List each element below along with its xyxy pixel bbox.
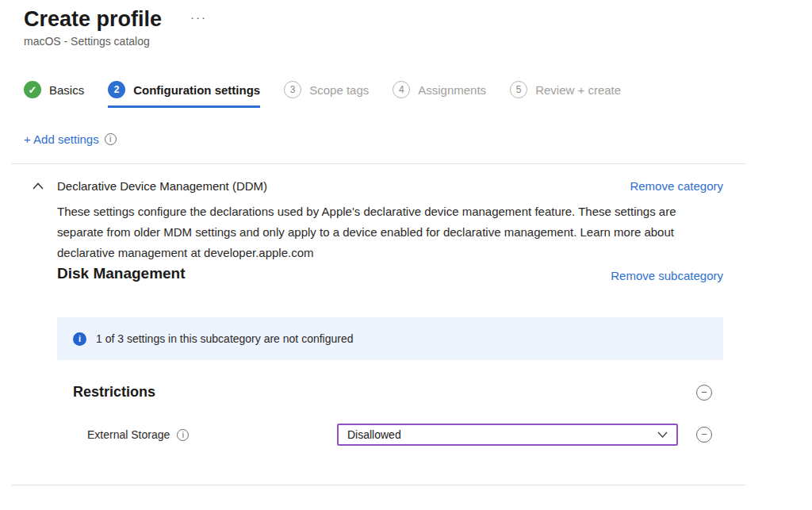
step-scope-tags[interactable]: 3 Scope tags (284, 81, 369, 108)
step-label: Review + create (535, 83, 621, 97)
chevron-down-icon (657, 431, 668, 438)
settings-group-header: Restrictions − (73, 384, 712, 401)
step-number-badge: 4 (393, 81, 410, 98)
step-number-badge: 5 (510, 81, 527, 98)
step-review-create[interactable]: 5 Review + create (510, 81, 621, 108)
step-label: Configuration settings (133, 83, 260, 97)
remove-subcategory-link[interactable]: Remove subcategory (611, 269, 723, 282)
step-configuration-settings[interactable]: 2 Configuration settings (108, 81, 260, 108)
remove-category-link[interactable]: Remove category (630, 179, 723, 193)
step-label: Basics (49, 83, 84, 97)
info-icon[interactable]: i (105, 133, 117, 145)
remove-group-icon[interactable]: − (696, 385, 712, 401)
page-title: Create profile (24, 6, 162, 32)
chevron-up-icon[interactable] (32, 180, 44, 193)
step-basics[interactable]: ✓ Basics (24, 81, 84, 108)
wizard-steps: ✓ Basics 2 Configuration settings 3 Scop… (24, 81, 812, 108)
step-label: Assignments (418, 83, 486, 97)
info-banner-text: 1 of 3 settings in this subcategory are … (96, 332, 354, 345)
create-profile-page: Create profile ··· macOS - Settings cata… (0, 0, 812, 510)
check-icon: ✓ (24, 81, 41, 98)
step-number-badge: 2 (108, 81, 125, 98)
setting-label: External Storage (87, 428, 170, 441)
step-label: Scope tags (309, 83, 369, 97)
category-header: Declarative Device Management (DDM) Remo… (32, 179, 723, 193)
more-options-button[interactable]: ··· (190, 13, 207, 22)
step-assignments[interactable]: 4 Assignments (393, 81, 486, 108)
step-number-badge: 3 (284, 81, 301, 98)
dropdown-selected-value: Disallowed (347, 428, 401, 441)
category-title: Declarative Device Management (DDM) (57, 179, 630, 193)
info-filled-icon: i (73, 332, 86, 346)
external-storage-dropdown[interactable]: Disallowed (337, 424, 678, 446)
remove-setting-icon[interactable]: − (696, 427, 712, 443)
section-divider (11, 163, 746, 164)
add-settings-link[interactable]: + Add settings (24, 132, 99, 146)
subcategory-header: Disk Management Remove subcategory (57, 265, 723, 282)
add-settings-row: + Add settings i (24, 132, 812, 146)
category-description: These settings configure the declaration… (57, 201, 723, 263)
info-banner: i 1 of 3 settings in this subcategory ar… (57, 317, 723, 360)
info-icon[interactable]: i (177, 429, 189, 441)
page-subtitle: macOS - Settings catalog (24, 35, 812, 48)
section-divider (11, 485, 746, 485)
subcategory-title: Disk Management (57, 265, 611, 282)
setting-row-external-storage: External Storage i Disallowed − (87, 424, 712, 446)
settings-group-title: Restrictions (73, 384, 696, 401)
page-header: Create profile ··· macOS - Settings cata… (0, 0, 812, 48)
